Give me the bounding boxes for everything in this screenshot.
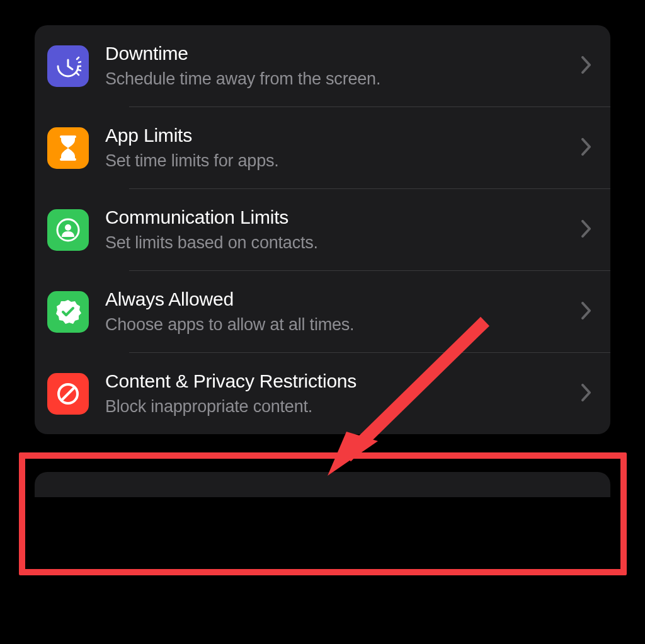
- chevron-right-icon: [581, 302, 591, 322]
- svg-line-4: [79, 62, 81, 62]
- svg-line-7: [77, 73, 79, 75]
- row-text: Always Allowed Choose apps to allow at a…: [105, 289, 581, 335]
- row-app-limits[interactable]: App Limits Set time limits for apps.: [35, 107, 610, 188]
- hourglass-icon: [47, 127, 89, 169]
- chevron-right-icon: [581, 220, 591, 240]
- row-subtitle: Set time limits for apps.: [105, 151, 581, 171]
- chevron-right-icon: [581, 384, 591, 404]
- svg-rect-9: [60, 158, 76, 161]
- next-settings-group-panel: [35, 472, 610, 497]
- svg-point-11: [65, 224, 71, 231]
- row-title: Content & Privacy Restrictions: [105, 371, 581, 392]
- chevron-right-icon: [581, 138, 591, 158]
- row-subtitle: Block inappropriate content.: [105, 397, 581, 417]
- row-content-privacy-restrictions[interactable]: Content & Privacy Restrictions Block ina…: [35, 353, 610, 434]
- row-text: Content & Privacy Restrictions Block ina…: [105, 371, 581, 417]
- highlight-annotation: [19, 452, 627, 575]
- row-title: Communication Limits: [105, 207, 581, 228]
- checkmark-seal-icon: [47, 291, 89, 333]
- row-downtime[interactable]: Downtime Schedule time away from the scr…: [35, 25, 610, 106]
- no-symbol-icon: [47, 373, 89, 415]
- row-text: App Limits Set time limits for apps.: [105, 125, 581, 171]
- person-circle-icon: [47, 209, 89, 251]
- svg-line-6: [79, 70, 81, 71]
- svg-line-3: [77, 57, 79, 59]
- chevron-right-icon: [581, 56, 591, 76]
- row-text: Communication Limits Set limits based on…: [105, 207, 581, 253]
- row-subtitle: Choose apps to allow at all times.: [105, 315, 581, 335]
- row-text: Downtime Schedule time away from the scr…: [105, 43, 581, 89]
- row-communication-limits[interactable]: Communication Limits Set limits based on…: [35, 189, 610, 270]
- row-title: App Limits: [105, 125, 581, 146]
- row-subtitle: Set limits based on contacts.: [105, 233, 581, 253]
- row-subtitle: Schedule time away from the screen.: [105, 69, 581, 89]
- settings-group-panel: Downtime Schedule time away from the scr…: [35, 25, 610, 434]
- svg-line-2: [68, 66, 72, 69]
- svg-rect-8: [60, 135, 76, 138]
- row-title: Downtime: [105, 43, 581, 64]
- downtime-icon: [47, 45, 89, 87]
- svg-line-13: [61, 387, 75, 401]
- svg-marker-15: [328, 432, 378, 476]
- row-always-allowed[interactable]: Always Allowed Choose apps to allow at a…: [35, 271, 610, 352]
- row-title: Always Allowed: [105, 289, 581, 310]
